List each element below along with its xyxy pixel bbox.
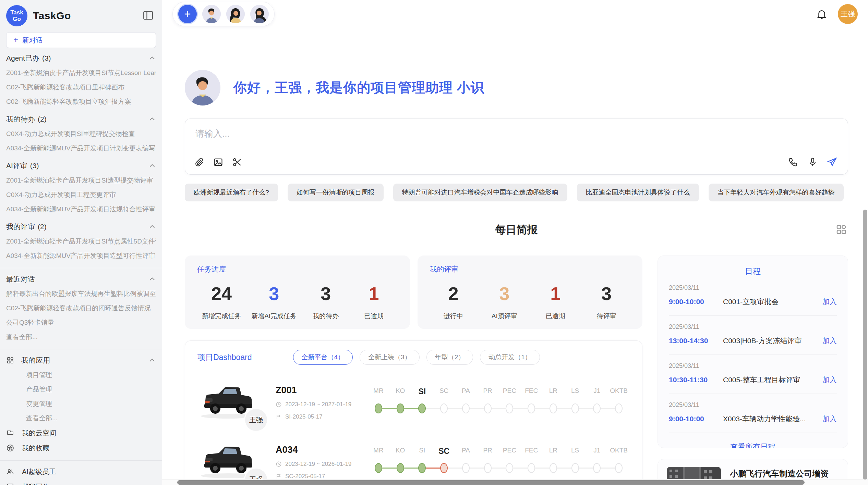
main-area: 王强 你好，王强，我是你的项目管理助理 小识 请输入... [162, 0, 868, 485]
new-chat-button[interactable]: + 新对话 [6, 32, 156, 48]
send-icon[interactable] [827, 157, 837, 167]
view-all-chats-link[interactable]: 查看全部... [6, 330, 156, 344]
milestone-dot[interactable] [506, 463, 513, 473]
sidebar-item-help-me-write[interactable]: 帮我写作 [6, 479, 156, 485]
suggestion-chip[interactable]: 特朗普可能对进口汽车增税会对中国车企造成哪些影响 [393, 184, 567, 201]
scissors-icon[interactable] [232, 157, 242, 167]
chevron-up-icon[interactable] [148, 275, 156, 283]
horizontal-scrollbar-track[interactable] [162, 479, 868, 485]
user-avatar[interactable]: 王强 [838, 4, 858, 24]
join-meeting-link[interactable]: 加入 [822, 297, 837, 307]
vertical-scrollbar-thumb[interactable] [863, 210, 867, 480]
group-title: AI评审 [6, 161, 27, 171]
milestone-dot[interactable] [550, 403, 557, 413]
list-item[interactable]: 公司Q3轻卡销量 [6, 315, 156, 330]
milestone-dot-overdue[interactable] [440, 463, 448, 473]
list-item[interactable]: Z001-全新燃油轻卡产品开发项目SI节点属性5D文件评审 [6, 234, 156, 249]
view-all-apps-link[interactable]: 查看全部... [6, 411, 156, 425]
milestone-dot[interactable] [418, 463, 426, 473]
daily-briefing-title: 每日简报 [185, 223, 848, 237]
milestone-dot[interactable] [571, 403, 579, 413]
list-item[interactable]: C02-飞腾新能源轻客改款项目立项汇报方案 [6, 95, 156, 109]
list-item[interactable]: A034-全新新能源MUV产品开发项目法规符合性评审 [6, 202, 156, 216]
milestone-dot[interactable] [440, 403, 448, 413]
avatar[interactable] [250, 5, 269, 23]
milestone-dot[interactable] [418, 403, 426, 413]
sidebar-group-my-todo[interactable]: 我的待办 (2) [6, 112, 156, 127]
project-row[interactable]: 王强 Z001 2023-12-19 ~ 2027-01-19 [197, 381, 630, 424]
chevron-up-icon[interactable] [148, 162, 156, 170]
milestone-dot[interactable] [484, 403, 492, 413]
chevron-up-icon[interactable] [148, 54, 156, 62]
attachment-icon[interactable] [194, 157, 205, 167]
sidebar-group-my-apps[interactable]: 我的应用 [6, 353, 156, 368]
list-item[interactable]: Z001-全新燃油轻卡产品开发项目SI造型提交物评审 [6, 173, 156, 188]
list-item[interactable]: C0X4-动力总成开发项目SI里程碑提交物检查 [6, 127, 156, 141]
suggestion-chip[interactable]: 如何写一份清晰的项目周报 [288, 184, 384, 201]
tab-powertrain[interactable]: 动总开发（1） [480, 350, 540, 365]
milestone-timeline: MR KO SI SC PA PR PEC FEC LR LS [367, 387, 630, 415]
list-item[interactable]: C0X4-动力总成开发项目工程变更评审 [6, 188, 156, 202]
sidebar-collapse-icon[interactable] [142, 10, 154, 21]
milestone-dot[interactable] [506, 403, 513, 413]
layout-grid-icon[interactable] [835, 223, 847, 236]
avatar[interactable] [202, 5, 221, 23]
milestone-dot[interactable] [462, 403, 470, 413]
avatar[interactable] [226, 5, 245, 23]
suggestion-chip[interactable]: 当下年轻人对汽车外观有怎样的喜好趋势 [709, 184, 844, 201]
view-all-schedule-link[interactable]: 查看所有日程 [669, 442, 837, 448]
join-meeting-link[interactable]: 加入 [822, 414, 837, 424]
image-icon[interactable] [213, 157, 224, 167]
join-meeting-link[interactable]: 加入 [822, 336, 837, 346]
phone-call-icon[interactable] [788, 157, 798, 167]
milestone-dot[interactable] [571, 463, 579, 473]
milestone-dot[interactable] [550, 463, 557, 473]
tab-year-model[interactable]: 年型（2） [426, 350, 473, 365]
milestone-dot[interactable] [397, 463, 404, 473]
milestone-dot[interactable] [593, 403, 601, 413]
milestone-dot[interactable] [375, 463, 382, 473]
project-row[interactable]: 王强 A034 2023-12-19 ~ 2026-01-19 [197, 440, 630, 484]
assistant-avatar [185, 70, 220, 105]
tab-new-platform[interactable]: 全新平台（4） [293, 350, 353, 365]
sidebar-item-change-mgmt[interactable]: 变更管理 [6, 397, 156, 411]
sidebar-item-ai-super-staff[interactable]: AI超级员工 [6, 464, 156, 479]
milestone-dot[interactable] [528, 403, 535, 413]
chevron-up-icon[interactable] [148, 357, 156, 364]
add-agent-button[interactable] [178, 5, 197, 23]
sidebar-group-ai-review[interactable]: AI评审 (3) [6, 158, 156, 173]
milestone-dot[interactable] [397, 403, 404, 413]
list-item[interactable]: A034-全新新能源MUV产品开发项目计划变更表编写 [6, 141, 156, 156]
sidebar-group-my-review[interactable]: 我的评审 (2) [6, 219, 156, 234]
list-item[interactable]: C02-飞腾新能源轻客改款项目的闭环通告反馈情况 [6, 301, 156, 315]
sidebar-item-favorites[interactable]: 我的收藏 [6, 440, 156, 456]
sidebar-item-cloud-space[interactable]: 我的云空间 [6, 425, 156, 440]
milestone-dot[interactable] [528, 463, 535, 473]
sidebar-item-project-mgmt[interactable]: 项目管理 [6, 368, 156, 382]
list-item[interactable]: A034-全新新能源MUV产品开发项目造型可行性评审 [6, 249, 156, 263]
suggestion-chip[interactable]: 欧洲新规最近颁布了什么? [185, 184, 278, 201]
microphone-icon[interactable] [807, 157, 818, 167]
tab-new-body[interactable]: 全新上装（3） [360, 350, 420, 365]
milestone-dot[interactable] [615, 463, 623, 473]
milestone-dot[interactable] [375, 403, 382, 413]
chat-input-card[interactable]: 请输入... [185, 119, 848, 175]
list-item[interactable]: C02-飞腾新能源轻客改款项目里程碑画布 [6, 80, 156, 95]
list-item[interactable]: Z001-全新燃油皮卡产品开发项目SI节点Lesson Learn报告 [6, 66, 156, 80]
chat-input-placeholder[interactable]: 请输入... [195, 128, 230, 140]
chevron-up-icon[interactable] [148, 223, 156, 231]
milestone-dot[interactable] [615, 403, 623, 413]
join-meeting-link[interactable]: 加入 [822, 375, 837, 385]
milestone-dot[interactable] [462, 463, 470, 473]
sidebar-item-product-mgmt[interactable]: 产品管理 [6, 382, 156, 397]
horizontal-scrollbar-thumb[interactable] [177, 480, 805, 485]
notification-bell-icon[interactable] [816, 8, 828, 20]
card-title: 任务进度 [197, 264, 398, 274]
milestone-dot[interactable] [484, 463, 492, 473]
chevron-up-icon[interactable] [148, 115, 156, 123]
suggestion-chip[interactable]: 比亚迪全固态电池计划具体说了什么 [577, 184, 699, 201]
sidebar-group-recent-chats[interactable]: 最近对话 [6, 272, 156, 287]
list-item[interactable]: 解释最新出台的欧盟报废车法规再生塑料比例被调至15%... [6, 287, 156, 301]
milestone-dot[interactable] [593, 463, 601, 473]
sidebar-group-agent-done[interactable]: Agent已办 (3) [6, 51, 156, 66]
